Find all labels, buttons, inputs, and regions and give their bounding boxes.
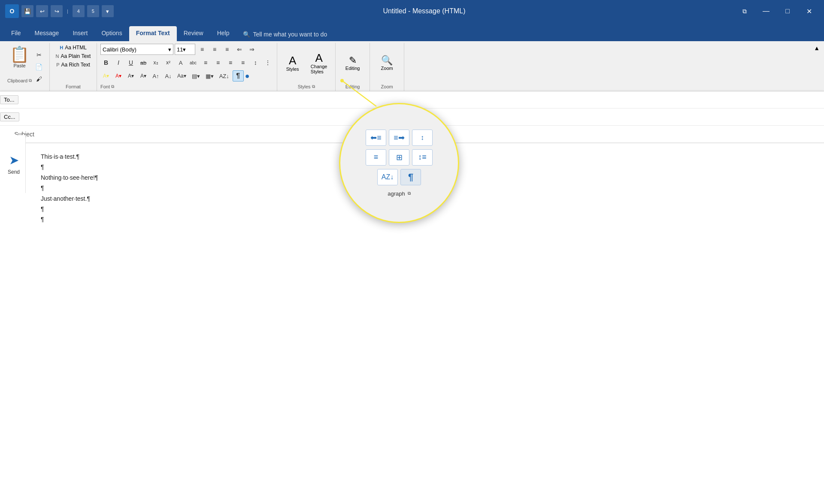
clear-format-button[interactable]: A — [175, 57, 186, 68]
tab-review[interactable]: Review — [177, 26, 210, 41]
para-spacing-btn[interactable]: ⋮ — [262, 57, 273, 68]
restore-btn[interactable]: ⧉ — [735, 4, 754, 18]
font-row-2: B I U ab x₂ x² A abc ≡ ≡ ≡ ≡ ↕ ⋮ — [100, 57, 273, 68]
tab-insert[interactable]: Insert — [66, 26, 94, 41]
show-marks-btn[interactable]: ¶ — [233, 70, 244, 81]
format-styles-content: H Aa HTML N Aa Plain Text P Aa Rich Text — [54, 44, 93, 82]
paste-button[interactable]: 📋 Paste — [6, 44, 33, 70]
tab-message[interactable]: Message — [28, 26, 66, 41]
change-styles-button[interactable]: A ChangeStyles — [306, 50, 332, 77]
align-center-btn[interactable]: ≡ — [212, 57, 224, 68]
tab-help[interactable]: Help — [210, 26, 236, 41]
cc-button[interactable]: Cc... — [0, 112, 19, 121]
format-plain-icon: N — [56, 54, 59, 59]
numbering-button[interactable]: ≡ — [209, 44, 220, 55]
app-icon: O — [5, 4, 19, 18]
subscript-button[interactable]: x₂ — [150, 57, 161, 68]
format-plain-btn[interactable]: N Aa Plain Text — [54, 52, 93, 60]
qat-btn-5[interactable]: 5 — [87, 5, 99, 17]
mag-btn-sort[interactable]: AZ↓ — [377, 169, 398, 185]
italic-button[interactable]: I — [113, 57, 124, 68]
format-painter-button[interactable]: 🖌 — [33, 73, 45, 85]
search-icon: 🔍 — [243, 31, 250, 38]
decrease-indent-btn[interactable]: ⇐ — [234, 44, 245, 55]
close-btn[interactable]: ✕ — [799, 4, 819, 18]
ribbon-collapse-btn[interactable]: ▲ — [812, 43, 821, 53]
search-bar[interactable]: 🔍 Tell me what you want to do — [236, 27, 334, 41]
mag-btn-increase-indent[interactable]: ≡➡ — [389, 130, 409, 146]
mag-btn-show-marks[interactable]: ¶ — [400, 169, 421, 185]
strikethrough-button[interactable]: ab — [138, 57, 149, 68]
bold-button[interactable]: B — [100, 57, 112, 68]
styles-group-label: Styles ⧉ — [298, 84, 315, 89]
format-rich-icon: P — [56, 62, 59, 67]
mag-btn-line-spacing2[interactable]: ↕≡ — [412, 149, 433, 166]
to-button[interactable]: To... — [0, 95, 18, 104]
styles-button[interactable]: A Styles — [281, 52, 304, 74]
text-effects-btn[interactable]: A▾ — [125, 70, 136, 81]
tab-format-text[interactable]: Format Text — [129, 26, 177, 41]
minimize-btn[interactable]: — — [756, 4, 776, 18]
format-rich-btn[interactable]: P Aa Rich Text — [55, 61, 92, 69]
format-html-label: Aa HTML — [65, 45, 87, 51]
styles-content: A Styles A ChangeStyles — [281, 44, 332, 82]
mag-btn-decrease-indent[interactable]: ⬅≡ — [366, 130, 386, 146]
qat-dropdown-btn[interactable]: ▾ — [102, 5, 114, 17]
shading-btn[interactable]: ▤▾ — [190, 70, 202, 81]
align-left-btn[interactable]: ≡ — [200, 57, 211, 68]
shrink-font-btn[interactable]: A↓ — [163, 70, 174, 81]
underline-button[interactable]: U — [125, 57, 136, 68]
zoom-group-label: Zoom — [381, 84, 393, 89]
styles-expand-icon[interactable]: ⧉ — [312, 84, 315, 89]
cut-button[interactable]: ✂ — [33, 49, 45, 60]
send-button[interactable]: ➤ Send — [2, 149, 25, 179]
superscript-button[interactable]: x² — [163, 57, 174, 68]
grow-font-btn[interactable]: A↑ — [150, 70, 161, 81]
qat-undo-btn[interactable]: ↩ — [36, 5, 48, 17]
font-color-btn[interactable]: A▾ — [113, 70, 124, 81]
font-size-selector[interactable]: 11 ▾ — [175, 44, 195, 55]
justify-btn[interactable]: ≡ — [237, 57, 248, 68]
window-title: Untitled - Message (HTML) — [383, 7, 465, 15]
maximize-btn[interactable]: □ — [778, 4, 797, 18]
small-caps-button[interactable]: abc — [188, 57, 199, 68]
paste-label: Paste — [13, 63, 25, 68]
to-input[interactable] — [22, 95, 824, 105]
magnify-expand-icon[interactable]: ⧉ — [408, 191, 411, 196]
tab-file[interactable]: File — [4, 26, 28, 41]
qat-save-btn[interactable]: 💾 — [21, 5, 33, 17]
highlight-color-btn[interactable]: A▾ — [100, 70, 112, 81]
tab-options[interactable]: Options — [94, 26, 129, 41]
increase-indent-btn[interactable]: ⇒ — [246, 44, 258, 55]
bullets-button[interactable]: ≡ — [197, 44, 208, 55]
ribbon-body: 📋 Paste Clipboard ⧉ ✂ 📄 🖌 H Aa HTML N — [0, 41, 824, 91]
editing-button[interactable]: ✎ Editing — [341, 53, 364, 73]
change-case-btn[interactable]: Aa▾ — [175, 70, 188, 81]
borders-btn[interactable]: ▦▾ — [203, 70, 216, 81]
ribbon-group-editing: ✎ Editing Editing — [336, 43, 370, 91]
editing-label: Editing — [345, 66, 360, 71]
send-area: ➤ Send — [0, 135, 26, 193]
styles-icon: A — [289, 54, 296, 67]
format-html-btn[interactable]: H Aa HTML — [58, 44, 88, 51]
format-group-label: Format — [66, 84, 81, 89]
qat-btn-4[interactable]: 4 — [73, 5, 85, 17]
mag-btn-align-left[interactable]: ≡ — [366, 149, 386, 166]
line-spacing-btn[interactable]: ↕ — [250, 57, 261, 68]
send-icon: ➤ — [9, 153, 19, 167]
multilevel-list-btn[interactable]: ≡ — [221, 44, 233, 55]
title-bar-left: O 💾 ↩ ↪ | 4 5 ▾ — [5, 4, 114, 18]
font-expand-icon[interactable]: ⧉ — [111, 84, 114, 89]
font-family-selector[interactable]: Calibri (Body) ▾ — [100, 44, 173, 55]
clipboard-expand-icon[interactable]: ⧉ — [29, 78, 32, 83]
zoom-icon: 🔍 — [381, 55, 393, 66]
text-bg-btn[interactable]: A▾ — [138, 70, 149, 81]
mag-btn-line-spacing-top[interactable]: ↕ — [412, 130, 433, 146]
change-styles-icon: A — [315, 52, 322, 64]
zoom-button[interactable]: 🔍 Zoom — [375, 53, 399, 73]
copy-button[interactable]: 📄 — [33, 61, 45, 72]
sort-btn[interactable]: AZ↓ — [217, 70, 231, 81]
mag-btn-align-center[interactable]: ⊞ — [389, 149, 409, 166]
qat-redo-btn[interactable]: ↪ — [51, 5, 63, 17]
align-right-btn[interactable]: ≡ — [225, 57, 236, 68]
